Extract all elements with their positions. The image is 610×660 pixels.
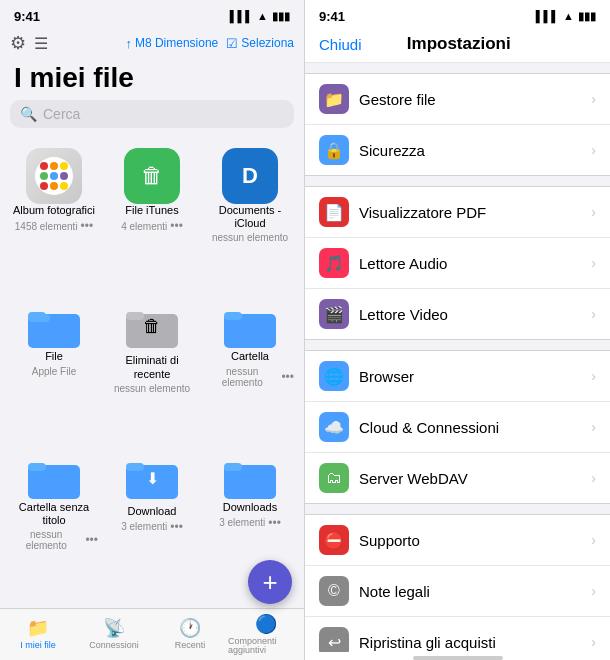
svg-rect-6 (224, 312, 242, 320)
select-label: Seleziona (241, 36, 294, 50)
left-status-icons: ▌▌▌ ▲ ▮▮▮ (230, 10, 290, 23)
battery-icon: ▮▮▮ (578, 10, 596, 23)
battery-icon: ▮▮▮ (272, 10, 290, 23)
list-item[interactable]: 🗑 File iTunes 4 elementi ••• (104, 140, 200, 296)
file-meta: nessun elemento ••• (10, 529, 98, 551)
settings-section-4: ⛔ Supporto › © Note legali › ↩ Ripristin… (305, 514, 610, 652)
file-meta: 3 elementi ••• (121, 520, 183, 534)
left-toolbar: ⚙ ☰ ↑ M8 Dimensione ☑ Seleziona (0, 28, 304, 58)
chevron-right-icon: › (591, 368, 596, 384)
settings-list: 📁 Gestore file › 🔒 Sicurezza › 📄 Visuali… (305, 63, 610, 652)
list-item[interactable]: ⬇ Download 3 elementi ••• (104, 449, 200, 604)
chevron-right-icon: › (591, 419, 596, 435)
right-panel: 9:41 ▌▌▌ ▲ ▮▮▮ Chiudi Impostazioni 📁 Ges… (305, 0, 610, 660)
settings-item-sicurezza[interactable]: 🔒 Sicurezza › (305, 125, 610, 175)
recents-icon: 🕐 (179, 617, 201, 639)
settings-section-3: 🌐 Browser › ☁️ Cloud & Connessioni › 🗂 S… (305, 350, 610, 504)
select-button[interactable]: ☑ Seleziona (226, 36, 294, 51)
settings-item-webdav[interactable]: 🗂 Server WebDAV › (305, 453, 610, 503)
nav-item-miei-file[interactable]: 📁 I miei file (0, 615, 76, 652)
more-button[interactable]: ••• (85, 533, 98, 547)
webdav-label: Server WebDAV (359, 470, 581, 487)
nav-label-connections: Connessioni (89, 641, 139, 650)
note-label: Note legali (359, 583, 581, 600)
left-status-bar: 9:41 ▌▌▌ ▲ ▮▮▮ (0, 0, 304, 28)
sort-label: M8 Dimensione (135, 36, 218, 50)
svg-rect-4 (126, 312, 144, 320)
gestore-label: Gestore file (359, 91, 581, 108)
more-button[interactable]: ••• (281, 370, 294, 384)
more-button[interactable]: ••• (268, 516, 281, 530)
gestore-icon: 📁 (319, 84, 349, 114)
nav-item-recenti[interactable]: 🕐 Recenti (152, 615, 228, 652)
chevron-right-icon: › (591, 532, 596, 548)
svg-rect-12 (224, 463, 242, 471)
nav-item-connessioni[interactable]: 📡 Connessioni (76, 615, 152, 652)
ripristina-icon: ↩ (319, 627, 349, 652)
list-item[interactable]: 🗑 Eliminati di recente nessun elemento (104, 298, 200, 446)
sort-button[interactable]: ↑ M8 Dimensione (125, 36, 218, 51)
settings-title: Impostazioni (407, 34, 511, 54)
folder-icon (28, 457, 80, 501)
file-meta: 3 elementi ••• (219, 516, 281, 530)
cloud-label: Cloud & Connessioni (359, 419, 581, 436)
settings-header: Chiudi Impostazioni (305, 28, 610, 63)
more-button[interactable]: ••• (170, 219, 183, 233)
itunes-folder-icon: 🗑 (124, 148, 180, 204)
chevron-right-icon: › (591, 583, 596, 599)
file-name: Download (128, 505, 177, 518)
close-button[interactable]: Chiudi (319, 36, 362, 53)
pdf-icon: 📄 (319, 197, 349, 227)
settings-item-video[interactable]: 🎬 Lettore Video › (305, 289, 610, 339)
fab-button[interactable]: + (248, 560, 292, 604)
more-button[interactable]: ••• (170, 520, 183, 534)
settings-item-cloud[interactable]: ☁️ Cloud & Connessioni › (305, 402, 610, 453)
list-item[interactable]: Cartella senza titolo nessun elemento ••… (6, 449, 102, 604)
page-title: I miei file (0, 58, 304, 100)
right-status-icons: ▌▌▌ ▲ ▮▮▮ (536, 10, 596, 23)
svg-rect-2 (28, 312, 46, 320)
browser-icon: 🌐 (319, 361, 349, 391)
list-item[interactable]: Album fotografici 1458 elementi ••• (6, 140, 102, 296)
file-meta: 4 elementi ••• (121, 219, 183, 233)
file-meta: nessun elemento (114, 383, 190, 394)
file-name: File (45, 350, 63, 363)
chevron-right-icon: › (591, 204, 596, 220)
settings-item-supporto[interactable]: ⛔ Supporto › (305, 515, 610, 566)
note-icon: © (319, 576, 349, 606)
settings-item-gestore[interactable]: 📁 Gestore file › (305, 74, 610, 125)
settings-item-audio[interactable]: 🎵 Lettore Audio › (305, 238, 610, 289)
file-name: Eliminati di recente (108, 354, 196, 380)
file-meta: nessun elemento (212, 232, 288, 243)
checkbox-icon: ☑ (226, 36, 238, 51)
signal-icon: ▌▌▌ (536, 10, 559, 22)
more-button[interactable]: ••• (81, 219, 94, 233)
file-name: Album fotografici (13, 204, 95, 217)
files-icon: 📁 (27, 617, 49, 639)
audio-icon: 🎵 (319, 248, 349, 278)
file-meta: nessun elemento ••• (206, 366, 294, 388)
menu-icon[interactable]: ☰ (34, 34, 48, 53)
list-item[interactable]: Cartella nessun elemento ••• (202, 298, 298, 446)
audio-label: Lettore Audio (359, 255, 581, 272)
list-item[interactable]: File Apple File (6, 298, 102, 446)
list-item[interactable]: D Documents - iCloud nessun elemento (202, 140, 298, 296)
webdav-icon: 🗂 (319, 463, 349, 493)
settings-section-1: 📁 Gestore file › 🔒 Sicurezza › (305, 73, 610, 176)
file-name: File iTunes (125, 204, 178, 217)
wifi-icon: ▲ (257, 10, 268, 22)
folder-icon (224, 457, 276, 501)
settings-item-ripristina[interactable]: ↩ Ripristina gli acquisti › (305, 617, 610, 652)
settings-item-note[interactable]: © Note legali › (305, 566, 610, 617)
settings-item-browser[interactable]: 🌐 Browser › (305, 351, 610, 402)
nav-item-componenti[interactable]: 🔵 Componenti aggiuntivi (228, 615, 304, 652)
search-bar[interactable]: 🔍 Cerca (10, 100, 294, 128)
right-time: 9:41 (319, 9, 345, 24)
browser-label: Browser (359, 368, 581, 385)
chevron-right-icon: › (591, 634, 596, 650)
file-name: Documents - iCloud (206, 204, 294, 230)
folder-icon (28, 306, 80, 350)
gear-icon[interactable]: ⚙ (10, 32, 26, 54)
file-name: Cartella senza titolo (10, 501, 98, 527)
settings-item-pdf[interactable]: 📄 Visualizzatore PDF › (305, 187, 610, 238)
